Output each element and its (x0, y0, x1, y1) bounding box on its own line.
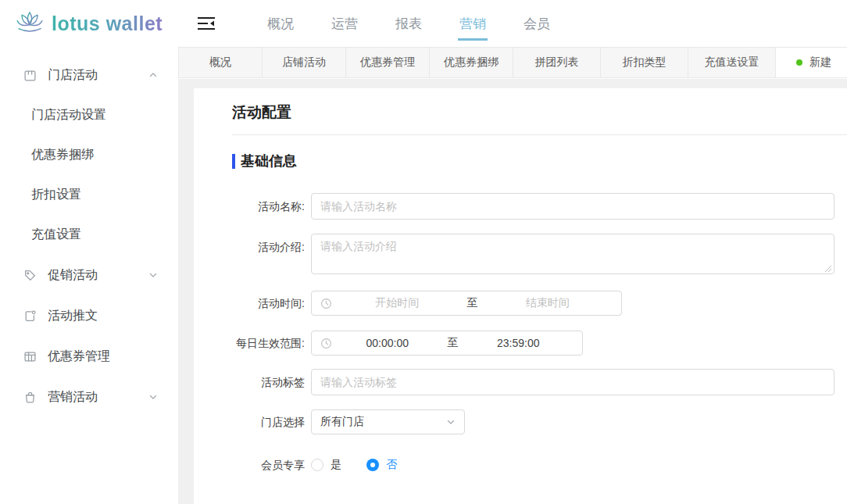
app-header: lotus wallet 概况 运营 报表 营销 会员 (0, 0, 847, 47)
chevron-up-icon (148, 70, 158, 80)
sidebar-item-store-activity[interactable]: 门店活动 (0, 55, 178, 95)
range-separator: 至 (443, 336, 463, 350)
daily-end-value[interactable]: 23:59:00 (463, 337, 574, 349)
shopping-bag-icon (23, 391, 37, 404)
sidebar-item-label: 活动推文 (48, 308, 98, 324)
chevron-down-icon (148, 270, 158, 280)
top-navigation: 概况 运营 报表 营销 会员 (266, 10, 586, 38)
nav-members[interactable]: 会员 (522, 10, 552, 38)
nav-operations[interactable]: 运营 (330, 10, 359, 38)
brand-logo[interactable]: lotus wallet (0, 8, 178, 39)
table-icon (23, 350, 37, 363)
activity-time-label: 活动时间: (232, 291, 305, 316)
form-row-channels: 使用渠道 小程序 pos (232, 499, 834, 504)
clock-icon (320, 338, 332, 349)
store-select-value: 所有门店 (320, 415, 446, 429)
chevron-down-icon (446, 417, 456, 427)
sidebar-item-label: 促销活动 (48, 267, 98, 284)
sidebar-item-recharge-settings[interactable]: 充值设置 (0, 215, 178, 255)
activity-time-range-picker[interactable]: 开始时间 至 结束时间 (311, 291, 622, 316)
activity-intro-wrap (311, 234, 834, 277)
activity-config-card: 活动配置 基础信息 活动名称: 活动介绍: 活动时间: (194, 88, 847, 504)
store-select[interactable]: 所有门店 (311, 409, 465, 434)
marketing-tabbar: 概况 店铺活动 优惠券管理 优惠券捆绑 拼团列表 折扣类型 充值送设置 新建 (178, 47, 847, 78)
daily-range-picker[interactable]: 00:00:00 至 23:59:00 (311, 331, 583, 356)
form-row-activity-tag: 活动标签 (232, 369, 834, 395)
activity-intro-textarea[interactable] (311, 234, 834, 274)
basic-info-section-header: 基础信息 (232, 152, 834, 170)
tab-coupon-management[interactable]: 优惠券管理 (346, 48, 430, 77)
form-row-activity-name: 活动名称: (232, 193, 834, 220)
activity-name-label: 活动名称: (232, 193, 305, 220)
nav-overview[interactable]: 概况 (266, 10, 295, 38)
form-row-activity-time: 活动时间: 开始时间 至 结束时间 (232, 291, 834, 316)
activity-intro-label: 活动介绍: (232, 234, 305, 260)
basic-info-form: 活动名称: 活动介绍: 活动时间: (232, 193, 834, 504)
section-accent-bar (232, 154, 235, 169)
activity-tag-input[interactable] (311, 369, 834, 395)
member-only-radio-group: 是 否 (311, 452, 397, 478)
sidebar: 门店活动 门店活动设置 优惠券捆绑 折扣设置 充值设置 促销活动 活动推文 优惠… (0, 47, 178, 504)
tab-coupon-binding[interactable]: 优惠券捆绑 (430, 48, 513, 77)
nav-reports[interactable]: 报表 (394, 10, 424, 38)
activity-name-input[interactable] (311, 193, 834, 220)
sidebar-item-label: 优惠券管理 (48, 349, 110, 365)
sidebar-item-coupon-management[interactable]: 优惠券管理 (0, 336, 178, 377)
daily-range-label: 每日生效范围: (232, 331, 305, 356)
form-row-store-select: 门店选择 所有门店 (232, 409, 834, 434)
nav-marketing[interactable]: 营销 (458, 10, 488, 38)
form-row-member-only: 会员专享 是 否 (232, 452, 834, 478)
tab-recharge-gift-settings[interactable]: 充值送设置 (688, 48, 776, 77)
channels-checkbox-group: 小程序 pos (311, 499, 437, 504)
form-row-activity-intro: 活动介绍: (232, 234, 834, 277)
chevron-down-icon (148, 392, 158, 402)
form-row-daily-range: 每日生效范围: 00:00:00 至 23:59:00 (232, 331, 834, 356)
sidebar-item-coupon-binding[interactable]: 优惠券捆绑 (0, 135, 178, 175)
sidebar-item-label: 营销活动 (48, 389, 98, 406)
sidebar-subitem-label: 门店活动设置 (31, 107, 106, 123)
radio-no[interactable] (366, 459, 379, 471)
sidebar-subitem-label: 充值设置 (31, 227, 81, 243)
page-title: 活动配置 (232, 102, 834, 123)
start-time-placeholder[interactable]: 开始时间 (332, 296, 463, 310)
title-divider (232, 134, 847, 135)
section-title: 基础信息 (241, 152, 297, 170)
sidebar-item-marketing-activity[interactable]: 营销活动 (0, 377, 178, 417)
sidebar-item-label: 门店活动 (48, 67, 98, 84)
menu-fold-icon[interactable] (197, 14, 216, 33)
brand-name: lotus wallet (52, 13, 163, 35)
range-separator: 至 (463, 296, 483, 310)
clock-icon (320, 298, 332, 309)
activity-tag-label: 活动标签 (232, 369, 305, 395)
sidebar-item-activity-tweet[interactable]: 活动推文 (0, 295, 178, 336)
tab-shop-activity[interactable]: 店铺活动 (263, 48, 346, 77)
active-tab-label: 新建 (809, 55, 831, 70)
content-area: 活动配置 基础信息 活动名称: 活动介绍: 活动时间: (178, 79, 847, 504)
sidebar-item-promo-activity[interactable]: 促销活动 (0, 255, 178, 295)
radio-yes-label[interactable]: 是 (331, 458, 341, 472)
tab-discount-type[interactable]: 折扣类型 (601, 48, 688, 77)
radio-no-label[interactable]: 否 (386, 458, 397, 472)
sidebar-item-discount-settings[interactable]: 折扣设置 (0, 175, 178, 215)
end-time-placeholder[interactable]: 结束时间 (483, 296, 613, 310)
tweet-icon (23, 309, 37, 323)
sidebar-subitem-label: 优惠券捆绑 (31, 147, 94, 163)
tag-icon (23, 269, 37, 282)
radio-yes[interactable] (311, 459, 323, 471)
lotus-icon (14, 8, 45, 39)
shop-icon (23, 69, 37, 82)
channels-label: 使用渠道 (232, 499, 305, 504)
tab-new-active[interactable]: 新建 (776, 48, 847, 77)
active-tab-dot (796, 59, 802, 66)
daily-start-value[interactable]: 00:00:00 (332, 337, 443, 349)
member-only-label: 会员专享 (232, 452, 305, 478)
sidebar-subitem-label: 折扣设置 (31, 187, 81, 203)
tab-overview[interactable]: 概况 (179, 48, 263, 77)
store-select-label: 门店选择 (232, 409, 305, 434)
tab-group-list[interactable]: 拼团列表 (513, 48, 601, 77)
sidebar-item-store-activity-settings[interactable]: 门店活动设置 (0, 95, 178, 135)
